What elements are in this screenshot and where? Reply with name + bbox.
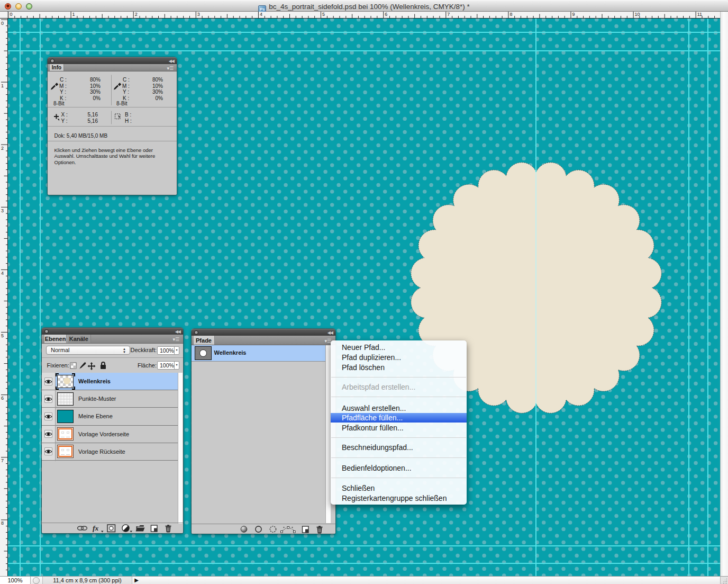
svg-text:2: 2 (135, 12, 138, 17)
svg-text:2: 2 (1, 146, 4, 151)
svg-text:4: 4 (1, 271, 4, 276)
svg-text:6: 6 (1, 396, 4, 401)
svg-text:4: 4 (260, 12, 262, 17)
svg-text:0: 0 (10, 12, 13, 17)
svg-text:3: 3 (197, 12, 200, 17)
svg-text:3: 3 (1, 208, 4, 213)
svg-text:7: 7 (447, 12, 450, 17)
svg-text:8: 8 (1, 520, 4, 526)
svg-text:fx: fx (93, 524, 98, 532)
svg-text:10: 10 (635, 12, 640, 17)
svg-text:9: 9 (572, 12, 575, 17)
svg-text:5: 5 (322, 12, 325, 17)
svg-text:6: 6 (385, 12, 387, 17)
svg-text:1: 1 (72, 12, 75, 17)
svg-text:8: 8 (509, 12, 512, 17)
svg-text:0: 0 (1, 21, 4, 26)
svg-text:7: 7 (1, 458, 4, 463)
svg-text:5: 5 (1, 333, 4, 338)
svg-text:1: 1 (1, 83, 4, 88)
svg-text:11: 11 (697, 12, 702, 17)
